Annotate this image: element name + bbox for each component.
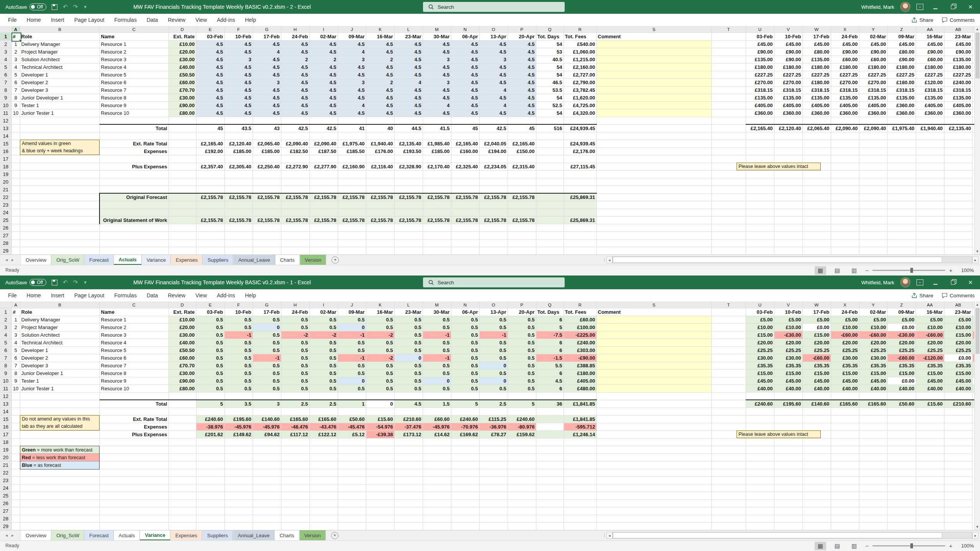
week-value-cell[interactable]: 0.5	[338, 369, 366, 377]
weekly-fee-cell[interactable]: £25.25	[746, 346, 774, 354]
week-value-cell[interactable]: 0.5	[338, 316, 366, 323]
week-value-cell[interactable]: 4.5	[224, 109, 253, 117]
tot-fees-cell[interactable]: £2,790.00	[564, 78, 596, 86]
weekly-fee-cell[interactable]: £40.00	[774, 385, 802, 392]
hscroll-left-icon[interactable]: ◂	[606, 532, 612, 539]
cell[interactable]	[253, 522, 281, 530]
cell[interactable]	[338, 117, 366, 124]
week-value-cell[interactable]: 0.5	[508, 385, 536, 392]
section-total-cell[interactable]: £1,246.14	[564, 430, 596, 438]
weekly-fee-cell[interactable]: £180.00	[944, 63, 972, 71]
cell[interactable]	[887, 186, 916, 193]
week-value-cell[interactable]: 0.5	[423, 339, 451, 346]
cell[interactable]	[196, 469, 224, 476]
cell[interactable]	[196, 117, 224, 124]
cell[interactable]	[508, 408, 536, 415]
cell[interactable]	[451, 117, 479, 124]
cell[interactable]	[711, 484, 746, 492]
restore-button[interactable]	[947, 4, 959, 10]
cell[interactable]	[774, 492, 802, 499]
cell[interactable]	[774, 193, 802, 201]
cell[interactable]	[11, 453, 20, 461]
cell[interactable]	[338, 178, 366, 186]
week-value-cell[interactable]: 0.5	[508, 362, 536, 369]
week-value-cell[interactable]: 4.5	[196, 55, 224, 63]
cell[interactable]	[196, 392, 224, 400]
cell[interactable]	[100, 132, 168, 140]
forecast-value-cell[interactable]: £2,155.78	[224, 193, 253, 201]
week-value-cell[interactable]: 0.5	[508, 377, 536, 385]
cell[interactable]	[711, 415, 746, 423]
ribbon-tab-page-layout[interactable]: Page Layout	[69, 289, 109, 302]
forecast-value-cell[interactable]	[281, 201, 309, 209]
cell[interactable]	[309, 231, 338, 239]
cell[interactable]	[281, 224, 309, 231]
tot-fees-cell[interactable]: £3,782.45	[564, 86, 596, 94]
cell[interactable]	[338, 515, 366, 522]
week-value-cell[interactable]: 0.5	[508, 339, 536, 346]
cell[interactable]	[859, 476, 887, 484]
cell[interactable]	[859, 423, 887, 430]
cell[interactable]	[916, 461, 944, 469]
name-cell[interactable]: Resource 6	[100, 354, 168, 362]
week-value-cell[interactable]: 0.5	[394, 377, 423, 385]
sheet-tab-annual_leave[interactable]: Annual_Leave	[233, 255, 275, 265]
week-value-cell[interactable]: 3	[423, 55, 451, 63]
cell[interactable]	[774, 231, 802, 239]
header-week[interactable]: 02-Mar	[859, 308, 887, 316]
cell[interactable]	[11, 147, 20, 155]
comment-cell[interactable]	[596, 40, 711, 48]
week-value-cell[interactable]: 4.5	[253, 101, 281, 109]
section-value-cell[interactable]: £140.60	[253, 415, 281, 423]
week-value-cell[interactable]: 4.5	[253, 109, 281, 117]
cell[interactable]	[423, 231, 451, 239]
cell[interactable]	[802, 522, 831, 530]
week-value-cell[interactable]: 3	[253, 78, 281, 86]
cell[interactable]	[281, 132, 309, 140]
section-value-cell[interactable]: £117.12	[281, 430, 309, 438]
total-fee-cell[interactable]: £2,135.40	[944, 124, 972, 132]
cell[interactable]	[168, 124, 196, 132]
section-value-cell[interactable]: £115.25	[479, 415, 508, 423]
cell[interactable]	[281, 499, 309, 507]
customize-qat-icon[interactable]: ▼	[83, 280, 87, 285]
cell[interactable]	[508, 247, 536, 254]
cell[interactable]	[366, 178, 394, 186]
weekly-fee-cell[interactable]: £45.00	[802, 377, 831, 385]
cell[interactable]	[746, 117, 774, 124]
cell[interactable]	[859, 515, 887, 522]
cell[interactable]	[564, 469, 596, 476]
week-value-cell[interactable]: 0.5	[281, 323, 309, 331]
week-value-cell[interactable]: 0.5	[224, 346, 253, 354]
week-value-cell[interactable]: 0.5	[281, 362, 309, 369]
week-value-cell[interactable]: 0.5	[281, 339, 309, 346]
weekly-fee-cell[interactable]: £5.00	[774, 316, 802, 323]
cell[interactable]	[774, 201, 802, 209]
cell[interactable]	[711, 117, 746, 124]
comment-cell[interactable]	[596, 385, 711, 392]
cell[interactable]	[564, 492, 596, 499]
header-week[interactable]: 02-Mar	[859, 33, 887, 40]
comment-cell[interactable]	[596, 331, 711, 339]
tot-fees-cell[interactable]: -£225.00	[564, 331, 596, 339]
weekly-fee-cell[interactable]: £135.00	[859, 94, 887, 101]
cell[interactable]	[859, 430, 887, 438]
search-input[interactable]: Search	[423, 2, 565, 12]
cell[interactable]	[887, 231, 916, 239]
cell[interactable]	[536, 170, 564, 178]
week-value-cell[interactable]: 4.5	[196, 40, 224, 48]
cell[interactable]	[196, 231, 224, 239]
section-value-cell[interactable]: £2,305.40	[224, 163, 253, 170]
cell[interactable]	[564, 155, 596, 163]
cell[interactable]	[168, 438, 196, 446]
cell[interactable]	[11, 247, 20, 254]
cell[interactable]	[536, 209, 564, 216]
cell[interactable]	[423, 239, 451, 247]
section-value-cell[interactable]: -37.476	[394, 423, 423, 430]
cell[interactable]	[831, 224, 859, 231]
cell[interactable]	[451, 507, 479, 515]
cell[interactable]	[802, 117, 831, 124]
weekly-fee-cell[interactable]: £35.35	[859, 362, 887, 369]
week-value-cell[interactable]: 4.5	[423, 48, 451, 55]
week-value-cell[interactable]: 0	[338, 323, 366, 331]
